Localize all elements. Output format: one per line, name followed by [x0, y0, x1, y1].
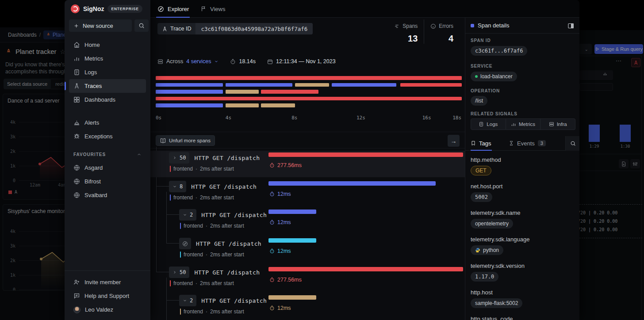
- span-id-value[interactable]: c3c61f...6f7af6: [471, 46, 527, 56]
- span-duration-bar[interactable]: [268, 181, 436, 186]
- bell-icon[interactable]: [602, 71, 608, 76]
- bar-chart-icon: [73, 55, 80, 62]
- service-name: frontend: [184, 251, 203, 258]
- tag-key: net.host.port: [471, 183, 502, 190]
- span-row[interactable]: 2 HTTP GET /dispatch frontend · 2ms afte…: [150, 208, 465, 234]
- details-tabs: Tags Events 3: [465, 136, 579, 151]
- query-input-row[interactable]: [579, 83, 613, 91]
- unfurl-more-spans-button[interactable]: Unfurl more spans: [156, 135, 215, 146]
- start-offset: 2ms after start: [210, 251, 244, 258]
- service-value[interactable]: load-balancer: [471, 72, 517, 81]
- span-details-header: Span details: [465, 18, 579, 34]
- tab-explorer[interactable]: Explorer: [157, 0, 189, 18]
- collapse-panel-icon[interactable]: [566, 21, 575, 30]
- bar-chart-icon: [511, 122, 516, 127]
- dashboards-icon: [73, 96, 80, 103]
- span-duration-bar[interactable]: [268, 238, 316, 243]
- related-metrics-button[interactable]: Metrics: [506, 118, 541, 130]
- sidebar-item-home[interactable]: Home: [69, 38, 146, 52]
- span-row[interactable]: 2 HTTP GET /dispatch frontend · 2ms afte…: [150, 293, 465, 320]
- start-offset: 2ms after start: [200, 280, 234, 286]
- settings-sliders-icon[interactable]: [630, 159, 640, 168]
- next-arrow-button[interactable]: →: [448, 135, 460, 147]
- hourglass-icon: [509, 141, 514, 146]
- expand-toggle[interactable]: 50: [169, 152, 189, 164]
- span-row[interactable]: 50 HTTP GET /dispatch frontend · 2ms aft…: [150, 151, 465, 177]
- dropdown-collapsed[interactable]: ⌄: [579, 44, 592, 54]
- span-duration-bar[interactable]: [268, 210, 316, 214]
- sidebar-fav-svalbard[interactable]: Svalbard: [69, 188, 146, 202]
- favourites-header[interactable]: FAVOURITES: [69, 152, 146, 157]
- avatar: [73, 306, 80, 313]
- log-line: 720 | 0.20 0.00: [579, 227, 617, 232]
- spans-count-block: Spans 13: [388, 19, 424, 44]
- query-a-badge[interactable]: A: [631, 58, 640, 67]
- histogram-bar: [620, 125, 631, 142]
- services-link[interactable]: 4 services: [186, 58, 211, 65]
- trace-id-value[interactable]: c3c61f0863d0a45998a72a7b8f6f7af6: [196, 23, 313, 34]
- tag-value: opentelemetry: [471, 219, 513, 229]
- operation-value[interactable]: /list: [471, 96, 487, 106]
- chevron-down-icon: [183, 213, 187, 217]
- breadcrumb-root[interactable]: Dashboards: [8, 32, 37, 38]
- help-support-button[interactable]: Help and Support: [69, 289, 146, 303]
- sidebar-item-metrics[interactable]: Metrics: [69, 52, 146, 65]
- invite-member-button[interactable]: Invite member: [69, 275, 146, 289]
- sidebar-search-button[interactable]: [134, 19, 149, 32]
- span-row[interactable]: 8 HTTP GET /dispatch frontend · 2ms afte…: [150, 179, 465, 206]
- span-duration: 277.56ms: [269, 277, 302, 283]
- expand-toggle[interactable]: 50: [169, 267, 189, 278]
- related-infra-button[interactable]: Infra: [540, 118, 575, 130]
- more-menu-icon[interactable]: ⋯: [616, 57, 622, 64]
- service-name: frontend: [173, 280, 193, 286]
- sidebar-item-logs[interactable]: Logs: [69, 65, 146, 79]
- query-input-row[interactable]: [579, 70, 613, 80]
- minimap-span-bar: [156, 103, 223, 107]
- sidebar-item-exceptions[interactable]: Exceptions: [69, 130, 146, 143]
- stage-run-query-button[interactable]: Stage & Run query: [594, 44, 643, 54]
- span-row[interactable]: HTTP GET /dispatch frontend · 2ms after …: [150, 236, 465, 263]
- services-meta[interactable]: Across 4 services: [157, 58, 218, 65]
- span-id-label: SPAN ID: [471, 38, 491, 43]
- span-details-panel: Span details SPAN ID c3c61f...6f7af6 SER…: [465, 18, 579, 320]
- chevron-down-icon: [172, 184, 177, 189]
- chevron-right-icon: [172, 270, 177, 274]
- sidebar-item-traces[interactable]: Traces: [69, 79, 146, 93]
- start-offset: 2ms after start: [210, 223, 244, 229]
- chevron-down-icon: [214, 59, 218, 64]
- tab-tags[interactable]: Tags: [471, 136, 491, 150]
- minimap-time-axis: 0s4s8s12s16s18s: [156, 115, 462, 121]
- trace-minimap[interactable]: [156, 74, 462, 110]
- breadcrumb-separator: /: [39, 32, 41, 38]
- sidebar-fav-bifrost[interactable]: Bifrost: [69, 175, 146, 188]
- related-logs-button[interactable]: Logs: [471, 118, 506, 130]
- collapse-toggle[interactable]: 8: [169, 181, 186, 192]
- tab-events[interactable]: Events 3: [509, 136, 546, 150]
- span-name: HTTP GET /dispatch: [201, 297, 267, 304]
- user-menu[interactable]: Leo Valdez: [69, 303, 146, 316]
- tab-views[interactable]: Views: [200, 0, 225, 18]
- span-duration-bar[interactable]: [268, 267, 463, 271]
- collapse-toggle[interactable]: 2: [179, 295, 196, 306]
- data-source-select[interactable]: redis-1: [51, 79, 65, 89]
- minimap-span-bar: [156, 90, 223, 94]
- span-duration-bar[interactable]: [268, 295, 316, 300]
- start-offset: 2ms after start: [200, 194, 234, 201]
- span-duration-bar[interactable]: [268, 152, 463, 157]
- select-data-source-button[interactable]: Select data source: [4, 79, 51, 89]
- axis-tick-label: 16s: [422, 115, 431, 121]
- chart-legend: A: [8, 190, 17, 194]
- sidebar-item-dashboards[interactable]: Dashboards: [69, 93, 146, 107]
- star-icon[interactable]: ☆: [60, 48, 65, 55]
- new-source-button[interactable]: New source: [69, 19, 132, 32]
- tags-search-button[interactable]: [565, 136, 579, 151]
- breadcrumb: Dashboards / Planet tra: [0, 27, 65, 42]
- sidebar-item-alerts[interactable]: Alerts: [69, 116, 146, 130]
- export-file-icon[interactable]: [619, 159, 629, 168]
- trace-time-meta: 12:11:34 — Nov 1, 2023: [267, 58, 336, 65]
- collapse-toggle[interactable]: 2: [179, 209, 196, 221]
- breadcrumb-current[interactable]: Planet tra: [43, 30, 65, 39]
- span-row[interactable]: 50 HTTP GET /dispatch frontend · 2ms aft…: [150, 265, 465, 292]
- page-title: Planet tracker ☆: [5, 48, 65, 55]
- sidebar-fav-asgard[interactable]: Asgard: [69, 161, 146, 175]
